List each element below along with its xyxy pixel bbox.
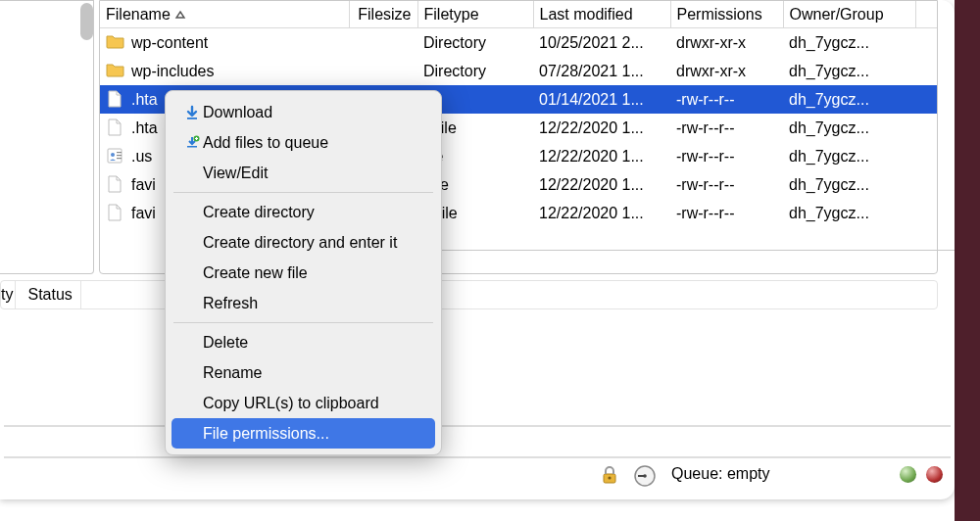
cell-modified: 01/14/2021 1... [533, 85, 670, 114]
filename-text: wp-includes [131, 63, 214, 79]
cell-modified: 10/25/2021 2... [533, 28, 670, 58]
svg-point-1 [111, 153, 115, 157]
cell-filename: wp-content [100, 28, 349, 58]
table-row[interactable]: wp-includesDirectory07/28/2021 1...drwxr… [100, 57, 937, 85]
left-pane [0, 0, 94, 274]
folder-icon [106, 33, 125, 51]
menu-label: Rename [203, 357, 262, 388]
svg-rect-3 [117, 155, 122, 156]
col-filetype[interactable]: Filetype [417, 1, 533, 28]
desktop-background [955, 0, 980, 521]
divider [4, 456, 951, 458]
svg-rect-4 [117, 158, 122, 159]
cell-permissions: drwxr-xr-x [670, 57, 783, 85]
add-queue-icon [181, 135, 203, 151]
divider [4, 425, 951, 427]
cell-permissions: -rw-r--r-- [670, 170, 783, 199]
svg-rect-10 [187, 146, 197, 148]
cell-modified: 12/22/2020 1... [533, 199, 670, 227]
file-icon [106, 90, 125, 108]
menu-rename[interactable]: Rename [166, 357, 441, 388]
status-col-status[interactable]: Status [20, 281, 80, 308]
cell-permissions: -rw-r--r-- [670, 142, 783, 170]
app-window: Filename Filesize Filetype Last modified… [0, 0, 955, 499]
svg-rect-9 [187, 118, 197, 119]
sort-asc-icon [174, 6, 186, 24]
file-icon [106, 204, 125, 221]
status-dot-green [900, 466, 916, 483]
cell-permissions: -rw-r--r-- [670, 114, 783, 142]
col-filesize[interactable]: Filesize [349, 1, 417, 28]
cell-owner: dh_7ygcz... [783, 114, 915, 142]
menu-copy-url[interactable]: Copy URL(s) to clipboard [166, 388, 441, 418]
cell-filetype: Directory [417, 28, 533, 58]
status-bar: ty Status [0, 280, 938, 309]
cell-modified: 07/28/2021 1... [533, 57, 670, 85]
menu-view-edit[interactable]: View/Edit [166, 158, 441, 188]
menu-label: Create new file [203, 258, 308, 288]
filename-text: .us [131, 148, 152, 165]
filename-text: wp-content [131, 34, 208, 51]
status-col-ty[interactable]: ty [1, 281, 16, 308]
menu-label: Create directory and enter it [203, 227, 397, 258]
cell-owner: dh_7ygcz... [783, 199, 915, 227]
table-row[interactable]: wp-contentDirectory10/25/2021 2...drwxr-… [100, 28, 937, 58]
menu-label: Refresh [203, 288, 258, 318]
cell-modified: 12/22/2020 1... [533, 170, 670, 199]
filename-text: favi [131, 205, 156, 221]
cell-modified: 12/22/2020 1... [533, 142, 670, 170]
cell-filetype: Directory [417, 57, 533, 85]
lock-icon [599, 464, 620, 490]
status-dots [894, 466, 943, 487]
col-permissions[interactable]: Permissions [670, 1, 783, 28]
cell-filename: wp-includes [100, 57, 349, 85]
menu-refresh[interactable]: Refresh [166, 288, 441, 318]
folder-icon [106, 62, 125, 79]
cell-owner: dh_7ygcz... [783, 57, 915, 85]
cell-permissions: -rw-r--r-- [670, 85, 783, 114]
cell-filesize [349, 28, 417, 58]
menu-separator [173, 322, 433, 323]
menu-label: View/Edit [203, 158, 268, 188]
filename-text: favi [131, 176, 156, 193]
menu-create-dir[interactable]: Create directory [166, 197, 441, 227]
table-header-row: Filename Filesize Filetype Last modified… [100, 1, 937, 28]
status-dot-red [926, 466, 943, 483]
cell-permissions: -rw-r--r-- [670, 199, 783, 227]
menu-label: Create directory [203, 197, 315, 227]
menu-label: Download [203, 97, 272, 127]
col-spacer [915, 1, 937, 28]
menu-delete[interactable]: Delete [166, 327, 441, 357]
cell-owner: dh_7ygcz... [783, 28, 915, 58]
menu-label: Copy URL(s) to clipboard [203, 388, 379, 418]
col-modified[interactable]: Last modified [533, 1, 670, 28]
meter-icon[interactable] [633, 464, 657, 492]
menu-download[interactable]: Download [166, 97, 441, 127]
svg-point-8 [643, 474, 647, 478]
cell-filesize [349, 57, 417, 85]
cell-permissions: drwxr-xr-x [670, 28, 783, 58]
file-icon [106, 175, 125, 193]
menu-label: Delete [203, 327, 248, 357]
menu-create-dir-enter[interactable]: Create directory and enter it [166, 227, 441, 258]
svg-point-6 [608, 476, 611, 479]
cell-owner: dh_7ygcz... [783, 85, 915, 114]
menu-create-file[interactable]: Create new file [166, 258, 441, 288]
queue-label: Queue: empty [671, 465, 770, 483]
cell-owner: dh_7ygcz... [783, 170, 915, 199]
filename-text: .hta [131, 119, 158, 136]
menu-file-permissions[interactable]: File permissions... [172, 418, 435, 449]
cell-modified: 12/22/2020 1... [533, 114, 670, 142]
menu-add-queue[interactable]: Add files to queue [166, 127, 441, 158]
filename-text: .hta [131, 91, 158, 108]
col-owner[interactable]: Owner/Group [783, 1, 915, 28]
menu-label: File permissions... [203, 418, 329, 449]
col-filename[interactable]: Filename [100, 1, 349, 28]
bottom-panel: Queue: empty [0, 425, 955, 499]
context-menu: Download Add files to queue View/Edit Cr… [165, 90, 442, 455]
menu-label: Add files to queue [203, 127, 328, 158]
download-icon [181, 105, 203, 120]
file-icon [106, 118, 125, 136]
cell-owner: dh_7ygcz... [783, 142, 915, 170]
svg-rect-2 [117, 152, 122, 153]
